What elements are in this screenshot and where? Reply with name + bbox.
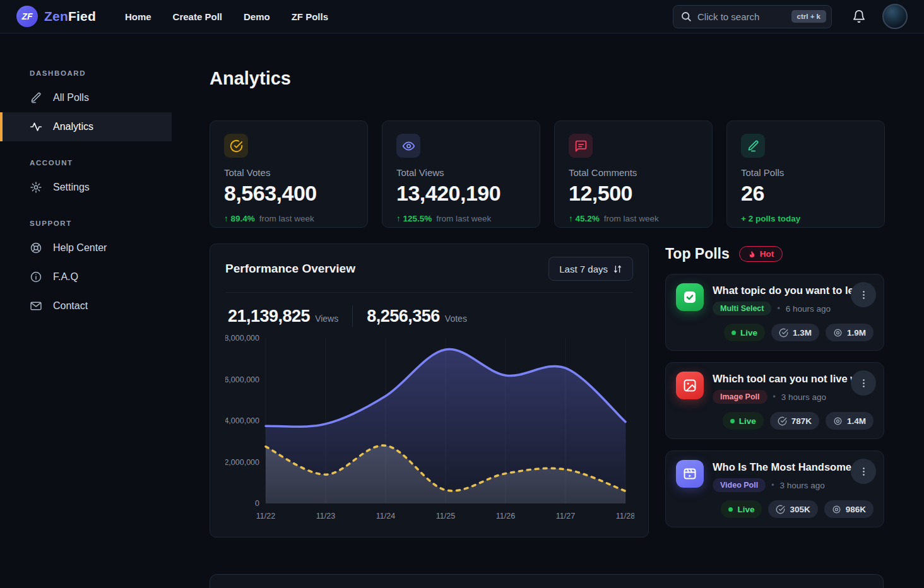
image-icon	[676, 372, 704, 399]
svg-text:11/27: 11/27	[556, 512, 575, 520]
poll-type-badge: Video Poll	[713, 478, 766, 492]
nav-link-zf-polls[interactable]: ZF Polls	[292, 11, 328, 22]
stat-label: Total Votes	[224, 167, 353, 178]
live-badge: Live	[721, 500, 762, 518]
views-count-pill: 1.4M	[826, 412, 874, 430]
votes-total: 8,256,356Votes	[367, 307, 467, 326]
check-circle-icon	[224, 134, 248, 158]
dot-separator: •	[771, 481, 774, 490]
gear-icon	[30, 181, 42, 194]
poll-card[interactable]: Who Is The Most Handsome Man Video Poll …	[665, 450, 884, 527]
sidebar-item-contact[interactable]: Contact	[0, 291, 172, 320]
live-badge: Live	[723, 412, 764, 430]
stat-cards-row: Total Votes 8,563,400 ↑ 89.4% from last …	[210, 121, 924, 228]
poll-menu-button[interactable]	[851, 370, 876, 396]
check-circle-icon	[779, 328, 788, 338]
user-avatar[interactable]	[882, 4, 908, 29]
next-section-card-partial	[210, 574, 884, 588]
stat-value: 13,420,190	[396, 181, 526, 206]
video-icon	[676, 460, 704, 488]
performance-area-chart: 02,000,0004,000,0006,000,0008,000,00011/…	[225, 329, 634, 526]
page-title: Analytics	[210, 68, 924, 89]
svg-text:11/22: 11/22	[256, 512, 275, 520]
stat-value: 26	[741, 181, 870, 206]
sidebar-item-faq[interactable]: F.A.Q	[0, 262, 172, 291]
check-circle-icon	[776, 505, 785, 514]
stat-label: Total Views	[396, 167, 526, 178]
svg-text:11/25: 11/25	[436, 512, 455, 520]
svg-text:11/26: 11/26	[496, 512, 515, 520]
date-range-button[interactable]: Last 7 days	[548, 257, 633, 281]
views-count-pill: 1.9M	[826, 324, 874, 341]
nav-links: Home Create Poll Demo ZF Polls	[125, 11, 328, 22]
sidebar-item-label: Help Center	[53, 242, 107, 254]
lifebuoy-icon	[30, 242, 42, 254]
views-count-pill: 986K	[824, 500, 874, 518]
svg-text:11/23: 11/23	[316, 512, 335, 520]
brand-logo-icon: ZF	[16, 6, 38, 27]
sidebar-item-help-center[interactable]: Help Center	[0, 233, 172, 262]
live-badge: Live	[724, 324, 765, 341]
sidebar-item-label: Settings	[53, 182, 90, 193]
search-input[interactable]	[697, 11, 786, 22]
performance-overview-card: Performance Overview Last 7 days 21,139,…	[210, 244, 649, 538]
poll-type-badge: Image Poll	[713, 390, 767, 404]
votes-count-pill: 1.3M	[771, 324, 819, 341]
top-polls-title: Top Polls	[665, 245, 730, 262]
poll-time: 3 hours ago	[781, 392, 826, 402]
poll-title: Who Is The Most Handsome Man	[713, 461, 855, 473]
stat-value: 12,500	[569, 181, 698, 206]
svg-text:4,000,000: 4,000,000	[225, 416, 259, 425]
live-dot	[732, 331, 736, 335]
main-content: Analytics Total Votes 8,563,400 ↑ 89.4% …	[172, 33, 924, 588]
nav-link-create-poll[interactable]: Create Poll	[173, 11, 222, 22]
brand-name: ZenFied	[44, 9, 96, 24]
notifications-bell-icon[interactable]	[852, 9, 866, 23]
brand-logo[interactable]: ZF ZenFied	[16, 6, 96, 27]
nav-link-demo[interactable]: Demo	[244, 11, 270, 22]
stat-delta-suffix: from last week	[259, 214, 314, 223]
views-icon	[833, 328, 843, 338]
sidebar-item-analytics[interactable]: Analytics	[0, 112, 172, 141]
stat-delta: ↑ 45.2%	[569, 214, 600, 223]
svg-text:11/24: 11/24	[376, 512, 395, 520]
sidebar-item-label: F.A.Q	[53, 271, 78, 283]
search-box[interactable]: ctrl + k	[673, 5, 832, 28]
sidebar-item-all-polls[interactable]: All Polls	[0, 83, 172, 112]
stat-card-total-votes: Total Votes 8,563,400 ↑ 89.4% from last …	[210, 121, 368, 228]
live-dot	[728, 507, 733, 512]
mail-icon	[30, 300, 42, 312]
arrows-up-down-icon	[613, 264, 622, 274]
poll-menu-button[interactable]	[851, 459, 876, 484]
eye-icon	[396, 134, 420, 158]
stat-delta: ↑ 89.4%	[224, 214, 255, 223]
poll-menu-button[interactable]	[851, 282, 876, 307]
pencil-icon	[741, 134, 765, 158]
stat-card-total-views: Total Views 13,420,190 ↑ 125.5% from las…	[382, 121, 540, 228]
svg-text:11/28: 11/28	[616, 512, 634, 520]
live-dot	[730, 419, 735, 423]
pencil-icon	[30, 91, 42, 104]
sidebar-item-label: Analytics	[53, 121, 93, 132]
poll-card[interactable]: Which tool can you not live witho Image …	[665, 362, 884, 439]
stat-value: 8,563,400	[224, 181, 353, 206]
comment-icon	[569, 134, 593, 158]
sidebar-section-support: SUPPORT	[0, 220, 172, 227]
poll-card[interactable]: What topic do you want to learn Multi Se…	[665, 274, 884, 351]
svg-text:8,000,000: 8,000,000	[225, 334, 259, 343]
activity-icon	[30, 121, 42, 133]
votes-count-pill: 787K	[770, 412, 819, 430]
stat-delta: ↑ 125.5%	[396, 214, 432, 223]
sidebar-item-label: All Polls	[53, 92, 89, 103]
hot-badge: Hot	[739, 246, 783, 262]
sidebar-item-settings[interactable]: Settings	[0, 173, 172, 202]
poll-time: 3 hours ago	[779, 481, 824, 490]
votes-count-pill: 305K	[768, 500, 817, 518]
svg-text:0: 0	[255, 499, 259, 508]
poll-time: 6 hours ago	[786, 304, 831, 314]
nav-link-home[interactable]: Home	[125, 11, 151, 22]
poll-type-badge: Multi Select	[713, 302, 771, 315]
stat-delta: + 2 polls today	[741, 214, 800, 223]
stat-card-total-polls: Total Polls 26 + 2 polls today	[726, 121, 885, 228]
top-polls-panel: Top Polls Hot What	[665, 244, 884, 539]
